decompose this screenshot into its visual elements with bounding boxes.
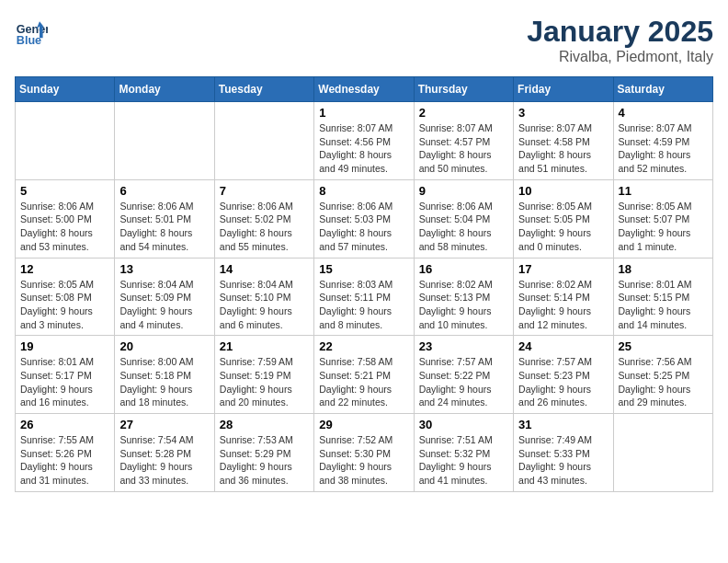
calendar-day-20: 20Sunrise: 8:00 AM Sunset: 5:18 PM Dayli… bbox=[115, 336, 214, 414]
day-number: 2 bbox=[419, 106, 508, 120]
calendar-day-6: 6Sunrise: 8:06 AM Sunset: 5:01 PM Daylig… bbox=[115, 179, 214, 258]
month-title: January 2025 bbox=[527, 15, 713, 49]
day-number: 15 bbox=[319, 262, 408, 276]
day-number: 18 bbox=[619, 262, 708, 276]
day-number: 25 bbox=[619, 339, 708, 353]
col-header-tuesday: Tuesday bbox=[214, 77, 313, 102]
day-info: Sunrise: 8:01 AM Sunset: 5:17 PM Dayligh… bbox=[20, 355, 109, 409]
col-header-thursday: Thursday bbox=[414, 77, 513, 102]
calendar-day-7: 7Sunrise: 8:06 AM Sunset: 5:02 PM Daylig… bbox=[214, 179, 313, 258]
calendar-day-3: 3Sunrise: 8:07 AM Sunset: 4:58 PM Daylig… bbox=[514, 102, 613, 180]
day-info: Sunrise: 7:55 AM Sunset: 5:26 PM Dayligh… bbox=[20, 433, 109, 488]
day-number: 8 bbox=[319, 184, 408, 198]
day-number: 31 bbox=[518, 418, 608, 431]
col-header-sunday: Sunday bbox=[16, 77, 115, 102]
day-info: Sunrise: 8:07 AM Sunset: 4:56 PM Dayligh… bbox=[319, 121, 408, 176]
calendar-day-15: 15Sunrise: 8:03 AM Sunset: 5:11 PM Dayli… bbox=[314, 258, 414, 336]
day-number: 9 bbox=[419, 184, 508, 198]
calendar-week-row: 19Sunrise: 8:01 AM Sunset: 5:17 PM Dayli… bbox=[16, 336, 713, 414]
calendar-day-29: 29Sunrise: 7:52 AM Sunset: 5:30 PM Dayli… bbox=[314, 414, 414, 492]
day-info: Sunrise: 8:04 AM Sunset: 5:09 PM Dayligh… bbox=[119, 278, 209, 332]
calendar-day-30: 30Sunrise: 7:51 AM Sunset: 5:32 PM Dayli… bbox=[414, 414, 513, 492]
calendar-day-16: 16Sunrise: 8:02 AM Sunset: 5:13 PM Dayli… bbox=[414, 258, 513, 336]
calendar-empty-cell bbox=[613, 414, 712, 492]
day-number: 6 bbox=[119, 184, 209, 198]
day-info: Sunrise: 8:06 AM Sunset: 5:03 PM Dayligh… bbox=[319, 200, 408, 254]
day-number: 11 bbox=[619, 184, 708, 198]
day-info: Sunrise: 8:05 AM Sunset: 5:08 PM Dayligh… bbox=[20, 278, 109, 332]
calendar-week-row: 12Sunrise: 8:05 AM Sunset: 5:08 PM Dayli… bbox=[16, 258, 713, 336]
day-info: Sunrise: 7:57 AM Sunset: 5:23 PM Dayligh… bbox=[518, 355, 608, 409]
calendar-empty-cell bbox=[16, 102, 115, 180]
day-number: 1 bbox=[319, 106, 408, 120]
day-info: Sunrise: 8:07 AM Sunset: 4:57 PM Dayligh… bbox=[419, 121, 508, 176]
calendar-day-5: 5Sunrise: 8:06 AM Sunset: 5:00 PM Daylig… bbox=[16, 179, 115, 258]
calendar-day-26: 26Sunrise: 7:55 AM Sunset: 5:26 PM Dayli… bbox=[16, 414, 115, 492]
day-number: 22 bbox=[319, 339, 408, 353]
calendar-empty-cell bbox=[115, 102, 214, 180]
day-info: Sunrise: 7:58 AM Sunset: 5:21 PM Dayligh… bbox=[319, 355, 408, 409]
calendar-day-10: 10Sunrise: 8:05 AM Sunset: 5:05 PM Dayli… bbox=[514, 179, 613, 258]
day-info: Sunrise: 8:07 AM Sunset: 4:59 PM Dayligh… bbox=[619, 121, 708, 176]
logo-icon: General Blue bbox=[15, 15, 48, 48]
day-info: Sunrise: 8:04 AM Sunset: 5:10 PM Dayligh… bbox=[220, 278, 309, 332]
day-info: Sunrise: 8:06 AM Sunset: 5:00 PM Dayligh… bbox=[20, 200, 109, 254]
day-info: Sunrise: 7:51 AM Sunset: 5:32 PM Dayligh… bbox=[419, 433, 508, 488]
calendar-day-4: 4Sunrise: 8:07 AM Sunset: 4:59 PM Daylig… bbox=[613, 102, 712, 180]
day-number: 20 bbox=[119, 339, 209, 353]
calendar-week-row: 5Sunrise: 8:06 AM Sunset: 5:00 PM Daylig… bbox=[16, 179, 713, 258]
day-info: Sunrise: 8:03 AM Sunset: 5:11 PM Dayligh… bbox=[319, 278, 408, 332]
calendar-day-28: 28Sunrise: 7:53 AM Sunset: 5:29 PM Dayli… bbox=[214, 414, 313, 492]
day-info: Sunrise: 8:02 AM Sunset: 5:13 PM Dayligh… bbox=[419, 278, 508, 332]
calendar-day-2: 2Sunrise: 8:07 AM Sunset: 4:57 PM Daylig… bbox=[414, 102, 513, 180]
day-number: 13 bbox=[119, 262, 209, 276]
day-number: 12 bbox=[20, 262, 109, 276]
day-info: Sunrise: 8:07 AM Sunset: 4:58 PM Dayligh… bbox=[518, 121, 608, 176]
location: Rivalba, Piedmont, Italy bbox=[527, 49, 713, 65]
calendar-day-19: 19Sunrise: 8:01 AM Sunset: 5:17 PM Dayli… bbox=[16, 336, 115, 414]
day-number: 24 bbox=[518, 339, 608, 353]
col-header-friday: Friday bbox=[514, 77, 613, 102]
page-header: General Blue January 2025 Rivalba, Piedm… bbox=[15, 15, 713, 65]
day-number: 7 bbox=[220, 184, 309, 198]
day-info: Sunrise: 7:52 AM Sunset: 5:30 PM Dayligh… bbox=[319, 433, 408, 488]
day-info: Sunrise: 8:05 AM Sunset: 5:05 PM Dayligh… bbox=[518, 200, 608, 254]
col-header-monday: Monday bbox=[115, 77, 214, 102]
calendar-week-row: 26Sunrise: 7:55 AM Sunset: 5:26 PM Dayli… bbox=[16, 414, 713, 492]
calendar-table: SundayMondayTuesdayWednesdayThursdayFrid… bbox=[15, 76, 713, 492]
day-info: Sunrise: 8:06 AM Sunset: 5:04 PM Dayligh… bbox=[419, 200, 508, 254]
day-number: 17 bbox=[518, 262, 608, 276]
day-number: 14 bbox=[220, 262, 309, 276]
calendar-empty-cell bbox=[214, 102, 313, 180]
day-number: 23 bbox=[419, 339, 508, 353]
day-number: 21 bbox=[220, 339, 309, 353]
day-number: 4 bbox=[619, 106, 708, 120]
calendar-day-9: 9Sunrise: 8:06 AM Sunset: 5:04 PM Daylig… bbox=[414, 179, 513, 258]
calendar-day-24: 24Sunrise: 7:57 AM Sunset: 5:23 PM Dayli… bbox=[514, 336, 613, 414]
calendar-day-12: 12Sunrise: 8:05 AM Sunset: 5:08 PM Dayli… bbox=[16, 258, 115, 336]
day-number: 19 bbox=[20, 339, 109, 353]
calendar-day-23: 23Sunrise: 7:57 AM Sunset: 5:22 PM Dayli… bbox=[414, 336, 513, 414]
calendar-day-25: 25Sunrise: 7:56 AM Sunset: 5:25 PM Dayli… bbox=[613, 336, 712, 414]
day-number: 10 bbox=[518, 184, 608, 198]
day-number: 27 bbox=[119, 418, 209, 431]
day-info: Sunrise: 8:02 AM Sunset: 5:14 PM Dayligh… bbox=[518, 278, 608, 332]
day-number: 29 bbox=[319, 418, 408, 431]
day-number: 5 bbox=[20, 184, 109, 198]
day-info: Sunrise: 7:49 AM Sunset: 5:33 PM Dayligh… bbox=[518, 433, 608, 488]
calendar-week-row: 1Sunrise: 8:07 AM Sunset: 4:56 PM Daylig… bbox=[16, 102, 713, 180]
day-info: Sunrise: 7:57 AM Sunset: 5:22 PM Dayligh… bbox=[419, 355, 508, 409]
day-info: Sunrise: 8:06 AM Sunset: 5:01 PM Dayligh… bbox=[119, 200, 209, 254]
day-number: 30 bbox=[419, 418, 508, 431]
title-block: January 2025 Rivalba, Piedmont, Italy bbox=[527, 15, 713, 65]
day-info: Sunrise: 8:06 AM Sunset: 5:02 PM Dayligh… bbox=[220, 200, 309, 254]
day-info: Sunrise: 7:54 AM Sunset: 5:28 PM Dayligh… bbox=[119, 433, 209, 488]
day-info: Sunrise: 8:00 AM Sunset: 5:18 PM Dayligh… bbox=[119, 355, 209, 409]
calendar-day-1: 1Sunrise: 8:07 AM Sunset: 4:56 PM Daylig… bbox=[314, 102, 414, 180]
day-number: 3 bbox=[518, 106, 608, 120]
calendar-day-8: 8Sunrise: 8:06 AM Sunset: 5:03 PM Daylig… bbox=[314, 179, 414, 258]
calendar-day-11: 11Sunrise: 8:05 AM Sunset: 5:07 PM Dayli… bbox=[613, 179, 712, 258]
day-info: Sunrise: 8:05 AM Sunset: 5:07 PM Dayligh… bbox=[619, 200, 708, 254]
svg-text:Blue: Blue bbox=[17, 34, 41, 47]
col-header-wednesday: Wednesday bbox=[314, 77, 414, 102]
